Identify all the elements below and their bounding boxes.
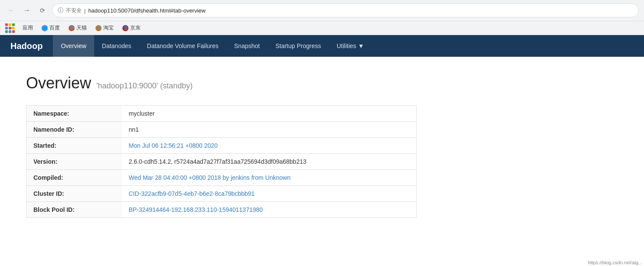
started-label: Started:: [26, 138, 122, 154]
block-pool-id-value: BP-324914464-192.168.233.110-15940113719…: [122, 202, 417, 218]
started-value: Mon Jul 06 12:56:21 +0800 2020: [122, 138, 417, 154]
back-button[interactable]: ←: [5, 4, 17, 16]
page-title: Overview: [26, 74, 91, 92]
bookmark-tianmao[interactable]: 🌐 天猫: [65, 23, 90, 32]
info-table: Namespace: mycluster Namenode ID: nn1 St…: [26, 105, 417, 218]
bookmark-jingdong[interactable]: 🌐 京东: [119, 23, 144, 32]
not-secure-label: 不安全: [66, 7, 82, 14]
url-text: hadoop110:50070/dfshealth.html#tab-overv…: [88, 7, 205, 14]
tianmao-icon: 🌐: [69, 25, 75, 31]
nav-startup-progress[interactable]: Startup Progress: [268, 35, 329, 57]
taobao-icon: 🌐: [95, 25, 102, 31]
page-title-section: Overview 'hadoop110:9000' (standby): [26, 74, 495, 92]
bookmark-taobao-label: 淘宝: [103, 24, 114, 32]
bookmark-taobao[interactable]: 🌐 淘宝: [92, 23, 117, 32]
nav-utilities[interactable]: Utilities ▼: [329, 35, 372, 57]
cluster-id-link[interactable]: CID-322acfb9-07d5-4eb7-b6e2-8ca79bcbbb91: [129, 190, 255, 197]
block-pool-id-link[interactable]: BP-324914464-192.168.233.110-15940113719…: [129, 206, 263, 213]
nav-snapshot[interactable]: Snapshot: [227, 35, 268, 57]
refresh-button[interactable]: ⟳: [36, 4, 49, 16]
address-bar[interactable]: ⓘ 不安全 | hadoop110:50070/dfshealth.html#t…: [52, 3, 639, 17]
bookmark-baidu-label: 百度: [49, 24, 60, 32]
compiled-label: Compiled:: [26, 170, 122, 186]
nav-links: Overview Datanodes Datanode Volume Failu…: [53, 35, 371, 57]
page-subtitle: 'hadoop110:9000' (standby): [96, 81, 193, 91]
dropdown-arrow-icon: ▼: [358, 42, 364, 49]
started-link[interactable]: Mon Jul 06 12:56:21 +0800 2020: [129, 142, 218, 149]
nav-utilities-label: Utilities: [337, 42, 356, 49]
bookmark-tianmao-label: 天猫: [76, 24, 87, 32]
nav-datanodes[interactable]: Datanodes: [94, 35, 139, 57]
table-row-cluster-id: Cluster ID: CID-322acfb9-07d5-4eb7-b6e2-…: [26, 186, 417, 202]
bookmark-apps[interactable]: 应用: [19, 23, 36, 32]
baidu-icon: 🌐: [42, 25, 48, 31]
bookmark-apps-label: 应用: [23, 24, 33, 32]
table-row-compiled: Compiled: Wed Mar 28 04:40:00 +0800 2018…: [26, 170, 417, 186]
table-row-namenode-id: Namenode ID: nn1: [26, 122, 417, 138]
apps-grid-icon[interactable]: [5, 23, 15, 33]
jingdong-icon: 🌐: [122, 25, 128, 31]
table-row-namespace: Namespace: mycluster: [26, 106, 417, 122]
info-icon: ⓘ: [58, 6, 63, 14]
compiled-link[interactable]: Wed Mar 28 04:40:00 +0800 2018 by jenkin…: [129, 174, 291, 181]
table-row-started: Started: Mon Jul 06 12:56:21 +0800 2020: [26, 138, 417, 154]
hadoop-navbar: Hadoop Overview Datanodes Datanode Volum…: [0, 35, 644, 57]
browser-chrome: ← → ⟳ ⓘ 不安全 | hadoop110:50070/dfshealth.…: [0, 0, 644, 35]
nav-overview[interactable]: Overview: [53, 35, 94, 57]
version-label: Version:: [26, 154, 122, 170]
bookmark-jingdong-label: 京东: [130, 24, 141, 32]
browser-toolbar: ← → ⟳ ⓘ 不安全 | hadoop110:50070/dfshealth.…: [0, 0, 644, 21]
bookmark-baidu[interactable]: 🌐 百度: [38, 23, 63, 32]
version-value: 2.6.0-cdh5.14.2, r5724a4ad7a27f7af31aa72…: [122, 154, 417, 170]
namenode-id-value: nn1: [122, 122, 417, 138]
hadoop-brand[interactable]: Hadoop: [0, 35, 53, 57]
bookmarks-bar: 应用 🌐 百度 🌐 天猫 🌐 淘宝 🌐 京东: [0, 21, 644, 35]
url-separator: |: [84, 7, 85, 14]
cluster-id-value: CID-322acfb9-07d5-4eb7-b6e2-8ca79bcbbb91: [122, 186, 417, 202]
compiled-value: Wed Mar 28 04:40:00 +0800 2018 by jenkin…: [122, 170, 417, 186]
namespace-value: mycluster: [122, 106, 417, 122]
namenode-id-label: Namenode ID:: [26, 122, 122, 138]
block-pool-id-label: Block Pool ID:: [26, 202, 122, 218]
cluster-id-label: Cluster ID:: [26, 186, 122, 202]
forward-button[interactable]: →: [21, 4, 33, 16]
table-row-block-pool-id: Block Pool ID: BP-324914464-192.168.233.…: [26, 202, 417, 218]
main-content: Overview 'hadoop110:9000' (standby) Name…: [0, 57, 521, 235]
table-row-version: Version: 2.6.0-cdh5.14.2, r5724a4ad7a27f…: [26, 154, 417, 170]
nav-datanode-volume-failures[interactable]: Datanode Volume Failures: [139, 35, 227, 57]
namespace-label: Namespace:: [26, 106, 122, 122]
